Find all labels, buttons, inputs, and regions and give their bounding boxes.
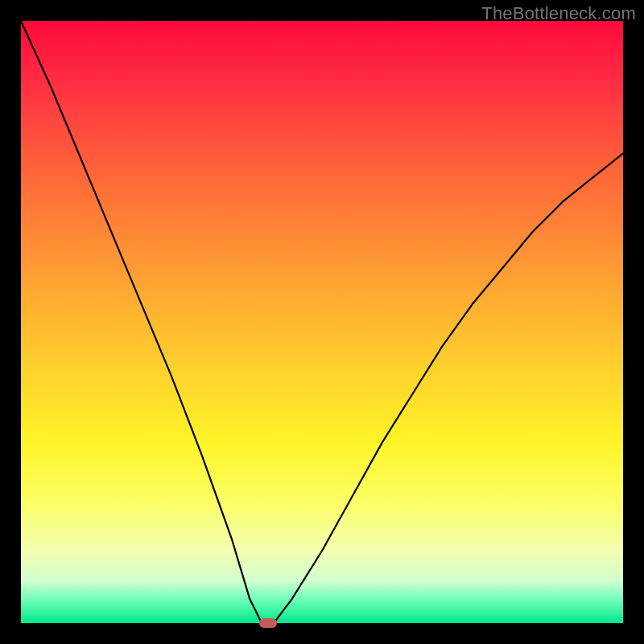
- watermark-text: TheBottleneck.com: [481, 3, 636, 24]
- plot-area: [21, 21, 623, 623]
- chart-frame: TheBottleneck.com: [0, 0, 644, 644]
- bottleneck-curve: [21, 21, 623, 623]
- optimal-point-marker: [259, 618, 277, 628]
